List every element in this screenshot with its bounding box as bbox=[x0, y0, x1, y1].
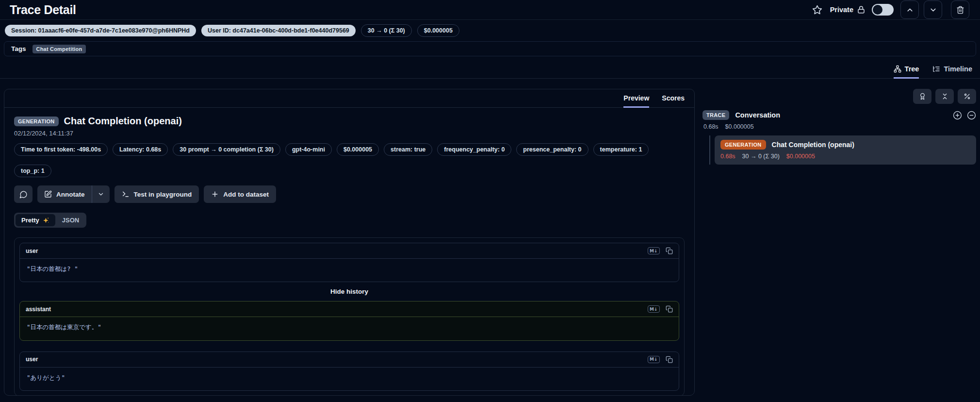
trace-title[interactable]: Conversation bbox=[735, 111, 780, 119]
message-role: user bbox=[26, 248, 38, 254]
badge-frequency-penalty: frequency_penalty: 0 bbox=[437, 143, 511, 156]
message-tools: M↓ bbox=[648, 356, 673, 363]
message-tools: M↓ bbox=[648, 247, 673, 254]
chevron-up-icon bbox=[906, 6, 914, 14]
tab-timeline[interactable]: Timeline bbox=[932, 65, 972, 79]
message-user-2: user M↓ "ありがとう" bbox=[19, 352, 679, 391]
observation-title-row: GENERATION Chat Completion (openai) bbox=[14, 116, 685, 127]
message-tools: M↓ bbox=[648, 305, 673, 313]
copy-icon bbox=[666, 305, 673, 313]
format-toggle: Pretty JSON bbox=[14, 213, 86, 228]
copy-button[interactable] bbox=[666, 247, 673, 254]
message-role: user bbox=[26, 356, 38, 363]
expand-all-button[interactable] bbox=[953, 111, 962, 120]
cost-badge: $0.000005 bbox=[417, 24, 459, 37]
tab-preview[interactable]: Preview bbox=[623, 94, 649, 108]
bookmark-star-button[interactable] bbox=[811, 4, 823, 16]
observation-type-badge: GENERATION bbox=[14, 117, 59, 126]
markdown-toggle-icon[interactable]: M↓ bbox=[648, 305, 660, 313]
trash-icon bbox=[956, 6, 964, 14]
hide-history-link[interactable]: Hide history bbox=[19, 288, 679, 295]
test-in-playground-label: Test in playground bbox=[134, 191, 192, 198]
scores-toggle-button[interactable] bbox=[913, 89, 931, 104]
annotate-button[interactable]: Annotate bbox=[37, 185, 92, 203]
copy-button[interactable] bbox=[666, 305, 673, 313]
tab-tree[interactable]: Tree bbox=[894, 65, 919, 79]
lock-icon bbox=[857, 6, 865, 14]
badge-token-usage: 30 prompt → 0 completion (Σ 30) bbox=[173, 143, 280, 156]
badge-cost: $0.000005 bbox=[337, 143, 379, 156]
timeline-icon bbox=[932, 65, 940, 73]
trace-meta-row: Session: 01aaacf6-e0fe-457d-a7de-7c1ee08… bbox=[0, 20, 980, 41]
content-area: Preview Scores GENERATION Chat Completio… bbox=[0, 79, 980, 396]
view-tabs: Tree Timeline bbox=[0, 56, 980, 79]
badge-model[interactable]: gpt-4o-mini bbox=[285, 143, 332, 156]
delete-trace-button[interactable] bbox=[951, 0, 969, 19]
message-assistant: assistant M↓ "日本の首都は東京です。" bbox=[19, 301, 679, 340]
badge-presence-penalty: presence_penalty: 0 bbox=[516, 143, 588, 156]
test-in-playground-button[interactable]: Test in playground bbox=[114, 185, 199, 203]
add-to-dataset-button[interactable]: Add to dataset bbox=[204, 185, 276, 203]
annotate-label: Annotate bbox=[56, 191, 85, 198]
chevron-down-icon bbox=[929, 6, 937, 14]
visibility-toggle[interactable] bbox=[872, 4, 894, 16]
comments-button[interactable] bbox=[14, 185, 33, 203]
comment-icon bbox=[19, 190, 28, 199]
annotate-split-button: Annotate bbox=[37, 185, 110, 203]
page-title: Trace Detail bbox=[10, 3, 76, 17]
toggle-knob bbox=[873, 5, 882, 15]
format-json-segment[interactable]: JSON bbox=[56, 214, 85, 226]
messages-container: user M↓ "日本の首都は? " Hide history assistan… bbox=[14, 237, 685, 395]
message-content: "日本の首都は? " bbox=[20, 259, 679, 282]
message-header: user M↓ bbox=[20, 243, 679, 259]
tags-label: Tags bbox=[11, 45, 26, 52]
message-content: "ありがとう" bbox=[20, 368, 679, 390]
annotate-dropdown-button[interactable] bbox=[92, 185, 110, 203]
user-id-badge[interactable]: User ID: dc47a41e-06bc-400d-bde1-f0e440d… bbox=[201, 25, 356, 36]
generation-type-badge: GENERATION bbox=[720, 140, 766, 150]
tree-toolbar bbox=[702, 89, 976, 104]
annotate-pen-icon bbox=[44, 190, 52, 198]
format-pretty-segment[interactable]: Pretty bbox=[16, 214, 55, 226]
trace-type-badge: TRACE bbox=[702, 110, 729, 120]
session-badge[interactable]: Session: 01aaacf6-e0fe-457d-a7de-7c1ee08… bbox=[5, 25, 196, 36]
metrics-toggle-button[interactable] bbox=[958, 89, 976, 104]
terminal-icon bbox=[122, 190, 130, 198]
chevron-down-icon bbox=[98, 191, 104, 198]
trace-node-actions bbox=[953, 111, 976, 120]
observation-badges: Time to first token: -498.00s Latency: 0… bbox=[14, 143, 685, 177]
plus-icon bbox=[211, 190, 219, 198]
panel-tabs: Preview Scores bbox=[4, 89, 694, 108]
generation-token-usage: 30 → 0 (Σ 30) bbox=[742, 153, 780, 160]
observation-title: Chat Completion (openai) bbox=[64, 116, 182, 127]
badge-stream: stream: true bbox=[384, 143, 432, 156]
copy-icon bbox=[666, 247, 673, 254]
collapse-all-button[interactable] bbox=[935, 89, 954, 104]
plus-circle-icon bbox=[953, 111, 962, 120]
copy-button[interactable] bbox=[666, 356, 673, 363]
markdown-toggle-icon[interactable]: M↓ bbox=[648, 356, 660, 363]
generation-node-title: Chat Completion (openai) bbox=[772, 141, 854, 149]
prev-trace-button[interactable] bbox=[900, 0, 919, 19]
next-trace-button[interactable] bbox=[924, 0, 942, 19]
top-bar-actions: Private bbox=[811, 0, 969, 19]
markdown-toggle-icon[interactable]: M↓ bbox=[648, 247, 660, 254]
badge-temperature: temperature: 1 bbox=[593, 143, 649, 156]
collapse-node-button[interactable] bbox=[967, 111, 976, 120]
token-usage-badge: 30 → 0 (Σ 30) bbox=[361, 24, 412, 37]
generation-node-metrics: 0.68s 30 → 0 (Σ 30) $0.000005 bbox=[720, 153, 970, 160]
observation-panel-body: GENERATION Chat Completion (openai) 02/1… bbox=[4, 108, 694, 395]
tag-chat-competition[interactable]: Chat Competition bbox=[33, 45, 86, 53]
tree-icon bbox=[894, 65, 901, 73]
tab-scores[interactable]: Scores bbox=[662, 94, 685, 108]
award-icon bbox=[919, 93, 926, 100]
minus-circle-icon bbox=[967, 111, 976, 120]
generation-node-selected[interactable]: GENERATION Chat Completion (openai) 0.68… bbox=[715, 135, 976, 165]
generation-cost: $0.000005 bbox=[786, 153, 815, 160]
trace-root-node[interactable]: TRACE Conversation bbox=[702, 110, 976, 120]
top-bar: Trace Detail Private bbox=[0, 0, 980, 20]
message-role: assistant bbox=[26, 306, 51, 313]
message-user-1: user M↓ "日本の首都は? " bbox=[19, 243, 679, 282]
tab-tree-label: Tree bbox=[905, 65, 919, 73]
copy-icon bbox=[666, 356, 673, 363]
